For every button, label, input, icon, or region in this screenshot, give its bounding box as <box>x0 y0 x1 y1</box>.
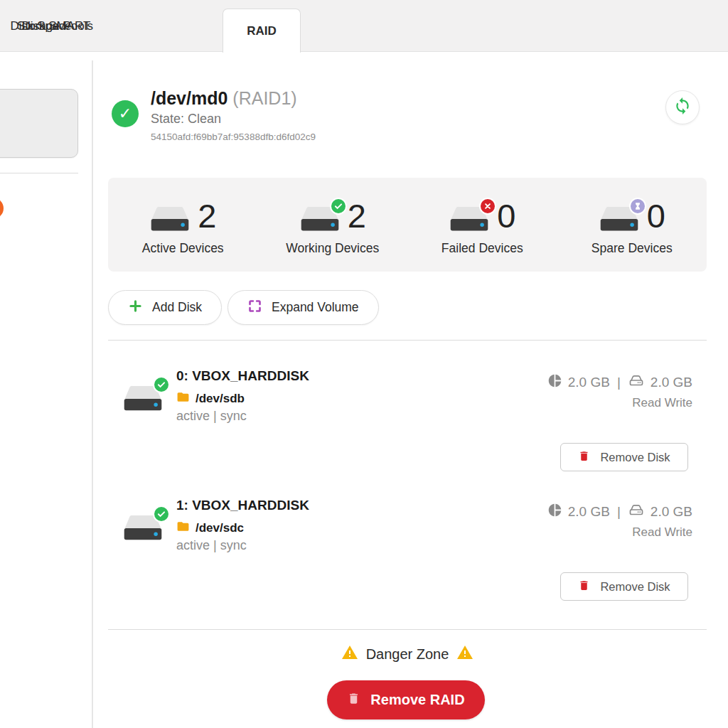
pie-chart-icon <box>547 373 562 392</box>
stat-value: 0 <box>497 198 515 233</box>
drive-icon <box>628 501 645 522</box>
disk-icon <box>122 383 164 414</box>
add-disk-button[interactable]: Add Disk <box>108 290 222 325</box>
raid-stats-panel: 2 Active Devices 2 Working Devices <box>108 178 707 272</box>
remove-raid-button[interactable]: Remove RAID <box>327 680 485 719</box>
check-badge-icon <box>153 376 170 393</box>
separator: | <box>616 504 622 520</box>
disk-mode: Read Write <box>632 525 692 540</box>
stat-label: Working Devices <box>286 241 379 256</box>
sidebar-orange-indicator <box>0 198 4 219</box>
sidebar-raid-card[interactable] <box>0 89 78 158</box>
folder-icon <box>176 390 190 407</box>
stat-label: Active Devices <box>142 241 224 256</box>
disk-icon <box>149 205 191 235</box>
plus-icon <box>128 299 143 317</box>
disk-used: 2.0 GB <box>568 504 610 520</box>
raid-level: (RAID1) <box>232 88 296 108</box>
disk-used: 2.0 GB <box>568 375 610 390</box>
disk-path: /dev/sdb <box>196 392 245 406</box>
disk-icon <box>122 513 164 544</box>
stat-active-devices: 2 Active Devices <box>108 178 258 272</box>
divider <box>108 629 707 630</box>
tab-storage-pools[interactable]: Storage Pools <box>0 0 110 52</box>
disk-mode: Read Write <box>632 396 692 410</box>
refresh-icon <box>673 97 692 118</box>
separator: | <box>616 375 622 390</box>
divider <box>108 340 707 341</box>
tab-raid[interactable]: RAID <box>223 9 301 53</box>
sidebar-divider <box>0 173 78 173</box>
tab-bar: Disk Space Disk SMART RAID Storage Pools <box>0 0 728 52</box>
disk-sizes: 2.0 GB | 2.0 GB <box>547 501 692 522</box>
stat-label: Spare Devices <box>592 241 673 256</box>
stat-working-devices: 2 Working Devices <box>258 178 408 272</box>
trash-icon <box>578 450 590 465</box>
disk-row-0: 0: VBOX_HARDDISK /dev/sdb active | sync … <box>108 359 707 480</box>
disk-icon <box>299 205 341 235</box>
stat-value: 2 <box>348 198 366 233</box>
remove-disk-button[interactable]: Remove Disk <box>560 443 688 471</box>
refresh-button[interactable] <box>665 90 700 124</box>
trash-icon <box>578 579 590 594</box>
expand-icon <box>247 299 262 317</box>
content-vertical-divider <box>92 60 93 728</box>
raid-title: /dev/md0 (RAID1) <box>151 87 297 109</box>
folder-icon <box>176 520 190 537</box>
pie-chart-icon <box>547 503 562 521</box>
stat-failed-devices: 0 Failed Devices <box>407 178 557 272</box>
disk-status: active | sync <box>176 409 247 424</box>
disk-size: 2.0 GB <box>651 504 692 520</box>
disk-path-line: /dev/sdc <box>176 520 244 537</box>
remove-disk-button[interactable]: Remove Disk <box>560 572 688 601</box>
stat-value: 0 <box>647 198 665 233</box>
disk-row-1: 1: VBOX_HARDDISK /dev/sdc active | sync … <box>108 488 707 609</box>
check-badge-icon <box>330 198 347 215</box>
disk-icon <box>449 205 490 235</box>
disk-title: 0: VBOX_HARDDISK <box>176 368 309 384</box>
disk-sizes: 2.0 GB | 2.0 GB <box>547 372 692 392</box>
drive-icon <box>628 372 645 392</box>
error-badge-icon <box>479 198 496 215</box>
warning-icon <box>341 644 358 665</box>
disk-icon <box>599 205 640 235</box>
raid-management-page: Disk Space Disk SMART RAID Storage Pools… <box>0 0 728 728</box>
raid-device-name: /dev/md0 <box>151 88 228 108</box>
warning-icon <box>456 644 473 665</box>
disk-path: /dev/sdc <box>196 521 244 535</box>
raid-status-ok-icon: ✓ <box>112 100 139 127</box>
stat-value: 2 <box>198 198 216 233</box>
expand-volume-button[interactable]: Expand Volume <box>228 290 379 325</box>
check-badge-icon <box>153 505 170 523</box>
disk-path-line: /dev/sdb <box>176 390 245 407</box>
disk-size: 2.0 GB <box>651 375 692 390</box>
disk-status: active | sync <box>176 538 247 553</box>
disk-title: 1: VBOX_HARDDISK <box>176 498 309 513</box>
danger-zone-title: Danger Zone <box>108 644 707 665</box>
check-icon: ✓ <box>119 106 132 122</box>
raid-state: State: Clean <box>151 112 221 127</box>
raid-uuid: 54150afd:f69bb7af:95388dfb:d6fd02c9 <box>151 132 316 142</box>
trash-icon <box>347 692 360 709</box>
stat-label: Failed Devices <box>441 241 523 256</box>
hourglass-badge-icon <box>629 198 646 215</box>
stat-spare-devices: 0 Spare Devices <box>557 178 707 272</box>
